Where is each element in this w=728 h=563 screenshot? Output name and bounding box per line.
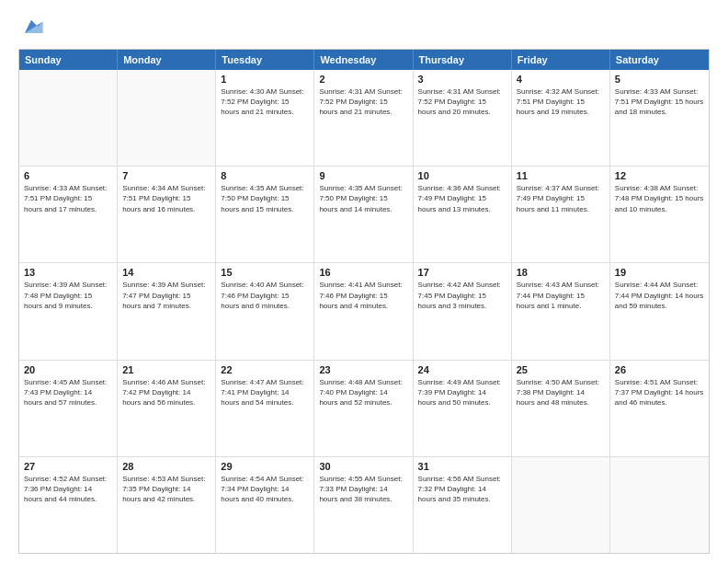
calendar-body: 1Sunrise: 4:30 AM Sunset: 7:52 PM Daylig… <box>19 70 709 553</box>
day-info: Sunrise: 4:34 AM Sunset: 7:51 PM Dayligh… <box>122 183 210 214</box>
day-number: 9 <box>319 170 407 181</box>
calendar-cell-empty <box>118 70 216 166</box>
day-info: Sunrise: 4:51 AM Sunset: 7:37 PM Dayligh… <box>615 377 704 408</box>
calendar-cell-day-15: 15Sunrise: 4:40 AM Sunset: 7:46 PM Dayli… <box>216 263 314 359</box>
day-number: 15 <box>221 267 309 278</box>
day-number: 27 <box>24 461 112 472</box>
day-info: Sunrise: 4:52 AM Sunset: 7:36 PM Dayligh… <box>24 474 112 505</box>
day-number: 12 <box>615 170 704 181</box>
calendar-cell-day-1: 1Sunrise: 4:30 AM Sunset: 7:52 PM Daylig… <box>216 70 314 166</box>
day-info: Sunrise: 4:50 AM Sunset: 7:38 PM Dayligh… <box>517 377 605 408</box>
calendar-cell-day-2: 2Sunrise: 4:31 AM Sunset: 7:52 PM Daylig… <box>314 70 413 166</box>
calendar-cell-day-24: 24Sunrise: 4:49 AM Sunset: 7:39 PM Dayli… <box>414 361 512 456</box>
calendar-cell-day-16: 16Sunrise: 4:41 AM Sunset: 7:46 PM Dayli… <box>314 263 413 359</box>
day-number: 1 <box>221 74 309 85</box>
day-info: Sunrise: 4:31 AM Sunset: 7:52 PM Dayligh… <box>319 86 407 118</box>
day-info: Sunrise: 4:36 AM Sunset: 7:49 PM Dayligh… <box>418 183 506 214</box>
day-number: 30 <box>319 461 407 472</box>
calendar-cell-day-23: 23Sunrise: 4:48 AM Sunset: 7:40 PM Dayli… <box>314 361 413 456</box>
calendar-cell-day-19: 19Sunrise: 4:44 AM Sunset: 7:44 PM Dayli… <box>610 263 709 359</box>
weekday-header-saturday: Saturday <box>610 50 709 70</box>
calendar-cell-day-25: 25Sunrise: 4:50 AM Sunset: 7:38 PM Dayli… <box>512 361 610 456</box>
weekday-header-wednesday: Wednesday <box>314 50 413 70</box>
calendar-header: SundayMondayTuesdayWednesdayThursdayFrid… <box>19 50 709 70</box>
header <box>18 14 710 40</box>
calendar-cell-day-3: 3Sunrise: 4:31 AM Sunset: 7:52 PM Daylig… <box>414 70 512 166</box>
day-info: Sunrise: 4:53 AM Sunset: 7:35 PM Dayligh… <box>122 474 210 505</box>
calendar-cell-empty <box>610 457 709 553</box>
calendar-row-4: 27Sunrise: 4:52 AM Sunset: 7:36 PM Dayli… <box>19 457 709 553</box>
calendar-cell-day-27: 27Sunrise: 4:52 AM Sunset: 7:36 PM Dayli… <box>19 457 118 553</box>
day-info: Sunrise: 4:45 AM Sunset: 7:43 PM Dayligh… <box>24 377 112 408</box>
calendar-row-1: 6Sunrise: 4:33 AM Sunset: 7:51 PM Daylig… <box>19 167 709 263</box>
calendar-cell-day-13: 13Sunrise: 4:39 AM Sunset: 7:48 PM Dayli… <box>19 263 118 359</box>
calendar-cell-day-12: 12Sunrise: 4:38 AM Sunset: 7:48 PM Dayli… <box>610 167 709 262</box>
calendar-cell-day-31: 31Sunrise: 4:56 AM Sunset: 7:32 PM Dayli… <box>414 457 512 553</box>
calendar-cell-day-11: 11Sunrise: 4:37 AM Sunset: 7:49 PM Dayli… <box>512 167 610 262</box>
weekday-header-sunday: Sunday <box>19 50 118 70</box>
day-number: 24 <box>418 364 506 375</box>
day-number: 28 <box>122 461 210 472</box>
calendar-cell-day-22: 22Sunrise: 4:47 AM Sunset: 7:41 PM Dayli… <box>216 361 314 456</box>
day-info: Sunrise: 4:35 AM Sunset: 7:50 PM Dayligh… <box>221 183 309 214</box>
day-info: Sunrise: 4:48 AM Sunset: 7:40 PM Dayligh… <box>319 377 407 408</box>
day-number: 16 <box>319 267 407 278</box>
calendar-cell-day-17: 17Sunrise: 4:42 AM Sunset: 7:45 PM Dayli… <box>414 263 512 359</box>
day-info: Sunrise: 4:33 AM Sunset: 7:51 PM Dayligh… <box>24 183 112 214</box>
calendar-cell-day-10: 10Sunrise: 4:36 AM Sunset: 7:49 PM Dayli… <box>414 167 512 262</box>
day-info: Sunrise: 4:32 AM Sunset: 7:51 PM Dayligh… <box>517 86 605 118</box>
day-info: Sunrise: 4:33 AM Sunset: 7:51 PM Dayligh… <box>615 86 704 118</box>
day-info: Sunrise: 4:37 AM Sunset: 7:49 PM Dayligh… <box>517 183 605 214</box>
day-info: Sunrise: 4:47 AM Sunset: 7:41 PM Dayligh… <box>221 377 309 408</box>
calendar-row-0: 1Sunrise: 4:30 AM Sunset: 7:52 PM Daylig… <box>19 70 709 167</box>
day-number: 10 <box>418 170 506 181</box>
day-number: 11 <box>517 170 605 181</box>
day-info: Sunrise: 4:39 AM Sunset: 7:47 PM Dayligh… <box>122 280 210 311</box>
day-number: 19 <box>615 267 704 278</box>
svg-marker-1 <box>25 20 43 33</box>
day-number: 29 <box>221 461 309 472</box>
page: SundayMondayTuesdayWednesdayThursdayFrid… <box>0 0 728 563</box>
calendar-cell-day-14: 14Sunrise: 4:39 AM Sunset: 7:47 PM Dayli… <box>118 263 216 359</box>
calendar-cell-day-9: 9Sunrise: 4:35 AM Sunset: 7:50 PM Daylig… <box>314 167 413 262</box>
weekday-header-friday: Friday <box>512 50 610 70</box>
calendar-cell-day-26: 26Sunrise: 4:51 AM Sunset: 7:37 PM Dayli… <box>610 361 709 456</box>
day-number: 21 <box>122 364 210 375</box>
day-info: Sunrise: 4:30 AM Sunset: 7:52 PM Dayligh… <box>221 86 309 118</box>
day-number: 5 <box>615 74 704 85</box>
day-number: 17 <box>418 267 506 278</box>
day-info: Sunrise: 4:46 AM Sunset: 7:42 PM Dayligh… <box>122 377 210 408</box>
calendar-cell-day-18: 18Sunrise: 4:43 AM Sunset: 7:44 PM Dayli… <box>512 263 610 359</box>
calendar-cell-day-5: 5Sunrise: 4:33 AM Sunset: 7:51 PM Daylig… <box>610 70 709 166</box>
calendar-cell-day-7: 7Sunrise: 4:34 AM Sunset: 7:51 PM Daylig… <box>118 167 216 262</box>
calendar-cell-day-8: 8Sunrise: 4:35 AM Sunset: 7:50 PM Daylig… <box>216 167 314 262</box>
day-number: 3 <box>418 74 506 85</box>
day-info: Sunrise: 4:35 AM Sunset: 7:50 PM Dayligh… <box>319 183 407 214</box>
day-number: 25 <box>517 364 605 375</box>
day-info: Sunrise: 4:54 AM Sunset: 7:34 PM Dayligh… <box>221 474 309 505</box>
calendar-cell-day-21: 21Sunrise: 4:46 AM Sunset: 7:42 PM Dayli… <box>118 361 216 456</box>
weekday-header-thursday: Thursday <box>414 50 512 70</box>
day-number: 7 <box>122 170 210 181</box>
day-number: 26 <box>615 364 704 375</box>
day-number: 18 <box>517 267 605 278</box>
calendar-row-2: 13Sunrise: 4:39 AM Sunset: 7:48 PM Dayli… <box>19 263 709 360</box>
day-info: Sunrise: 4:41 AM Sunset: 7:46 PM Dayligh… <box>319 280 407 311</box>
day-number: 4 <box>517 74 605 85</box>
calendar-row-3: 20Sunrise: 4:45 AM Sunset: 7:43 PM Dayli… <box>19 361 709 457</box>
calendar-cell-day-29: 29Sunrise: 4:54 AM Sunset: 7:34 PM Dayli… <box>216 457 314 553</box>
day-number: 6 <box>24 170 112 181</box>
calendar-cell-day-6: 6Sunrise: 4:33 AM Sunset: 7:51 PM Daylig… <box>19 167 118 262</box>
logo-icon <box>18 14 44 40</box>
day-number: 20 <box>24 364 112 375</box>
day-info: Sunrise: 4:39 AM Sunset: 7:48 PM Dayligh… <box>24 280 112 311</box>
day-info: Sunrise: 4:31 AM Sunset: 7:52 PM Dayligh… <box>418 86 506 118</box>
day-number: 2 <box>319 74 407 85</box>
day-info: Sunrise: 4:40 AM Sunset: 7:46 PM Dayligh… <box>221 280 309 311</box>
day-number: 13 <box>24 267 112 278</box>
calendar: SundayMondayTuesdayWednesdayThursdayFrid… <box>18 49 710 554</box>
day-info: Sunrise: 4:44 AM Sunset: 7:44 PM Dayligh… <box>615 280 704 311</box>
day-info: Sunrise: 4:43 AM Sunset: 7:44 PM Dayligh… <box>517 280 605 311</box>
day-number: 14 <box>122 267 210 278</box>
weekday-header-monday: Monday <box>118 50 216 70</box>
